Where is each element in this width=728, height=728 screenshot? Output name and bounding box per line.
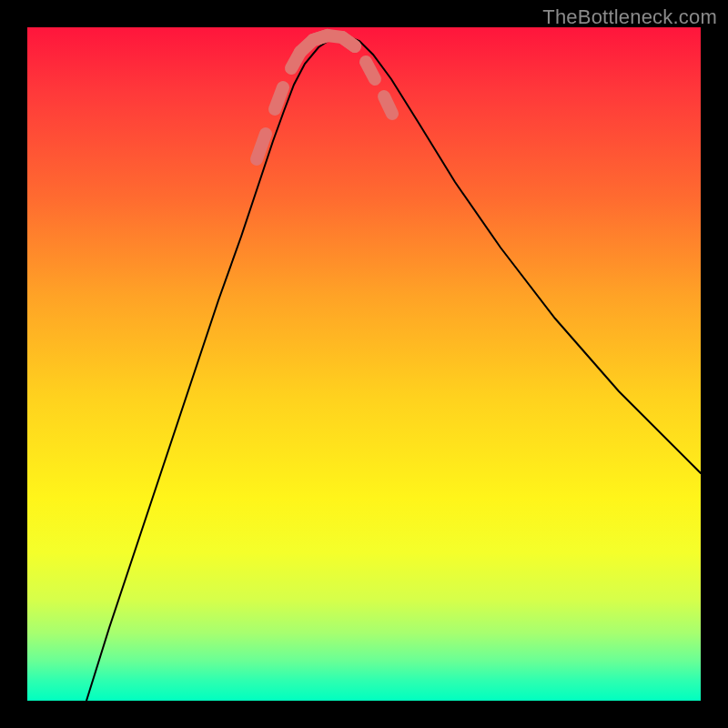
highlight-dash [257,134,266,159]
watermark-text: TheBottleneck.com [542,5,717,29]
bottleneck-curve [86,36,701,701]
chart-frame: TheBottleneck.com [0,0,728,728]
plot-area [27,27,701,701]
highlight-dash [384,96,392,114]
curve-svg [27,27,701,701]
highlight-bottom [300,35,355,52]
highlight-dash [275,87,283,109]
highlight-dash [366,62,375,79]
